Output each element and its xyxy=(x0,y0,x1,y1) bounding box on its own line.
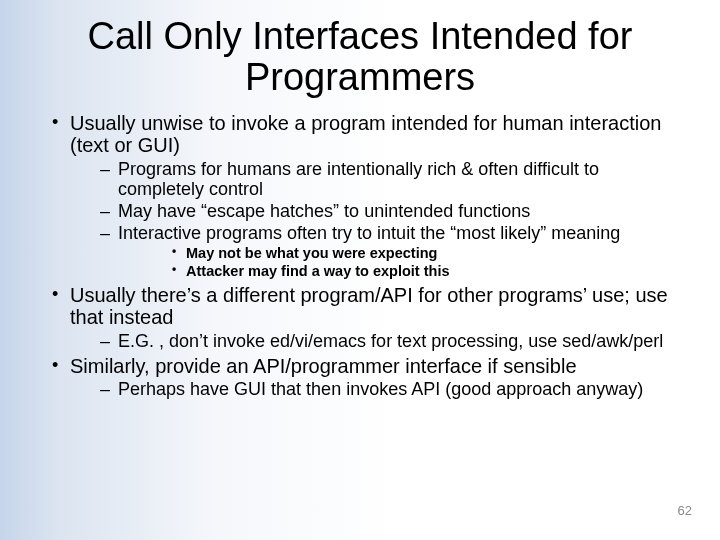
bullet-text: Similarly, provide an API/programmer int… xyxy=(70,355,577,377)
bullet-item: Usually unwise to invoke a program inten… xyxy=(40,112,680,280)
bullet-item: Usually there’s a different program/API … xyxy=(40,284,680,351)
bullet-list: Usually unwise to invoke a program inten… xyxy=(40,112,680,399)
sub-list: Perhaps have GUI that then invokes API (… xyxy=(70,379,680,399)
sub-text: Programs for humans are intentionally ri… xyxy=(118,159,599,199)
subsub-item: May not be what you were expecting xyxy=(118,245,680,262)
sub-item: Interactive programs often try to intuit… xyxy=(70,223,680,280)
page-number: 62 xyxy=(678,503,692,518)
sub-item: Perhaps have GUI that then invokes API (… xyxy=(70,379,680,399)
sub-item: Programs for humans are intentionally ri… xyxy=(70,159,680,199)
bullet-text: Usually there’s a different program/API … xyxy=(70,284,668,328)
sub-list: E.G. , don’t invoke ed/vi/emacs for text… xyxy=(70,331,680,351)
subsub-list: May not be what you were expecting Attac… xyxy=(118,245,680,279)
sub-list: Programs for humans are intentionally ri… xyxy=(70,159,680,280)
subsub-text: May not be what you were expecting xyxy=(186,245,437,261)
bullet-item: Similarly, provide an API/programmer int… xyxy=(40,355,680,400)
sub-text: Perhaps have GUI that then invokes API (… xyxy=(118,379,643,399)
subsub-item: Attacker may find a way to exploit this xyxy=(118,263,680,280)
sub-text: E.G. , don’t invoke ed/vi/emacs for text… xyxy=(118,331,663,351)
slide-title: Call Only Interfaces Intended for Progra… xyxy=(40,16,680,98)
bullet-text: Usually unwise to invoke a program inten… xyxy=(70,112,661,156)
sub-text: May have “escape hatches” to unintended … xyxy=(118,201,530,221)
subsub-text: Attacker may find a way to exploit this xyxy=(186,263,450,279)
sub-text: Interactive programs often try to intuit… xyxy=(118,223,620,243)
sub-item: May have “escape hatches” to unintended … xyxy=(70,201,680,221)
sub-item: E.G. , don’t invoke ed/vi/emacs for text… xyxy=(70,331,680,351)
slide: Call Only Interfaces Intended for Progra… xyxy=(0,0,720,540)
